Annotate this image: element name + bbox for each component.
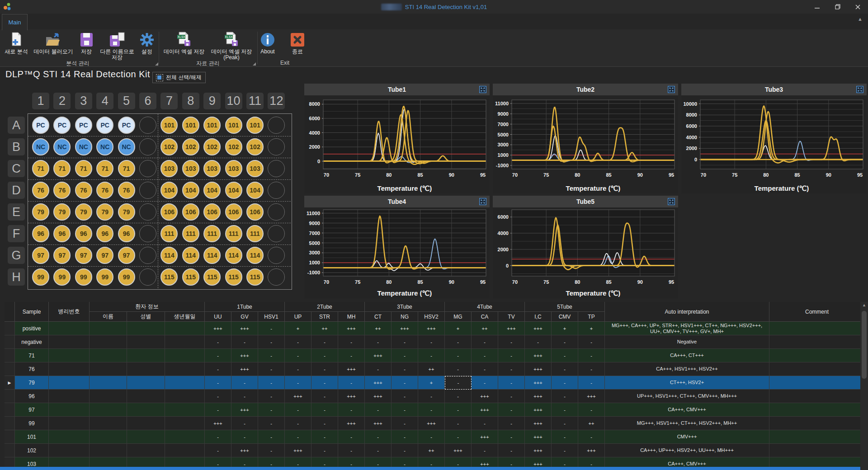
cell-marker-NG[interactable]: - (392, 417, 418, 430)
plate-row-header-H[interactable]: H (8, 268, 25, 286)
plate-row-header-D[interactable]: D (8, 182, 25, 199)
cell-name[interactable] (90, 322, 127, 335)
well-B6-empty[interactable] (139, 138, 156, 155)
column-header-marker-GV[interactable]: GV (231, 312, 258, 322)
cell-marker-GV[interactable]: - (231, 430, 258, 444)
cell-marker-TP[interactable]: +++ (578, 444, 605, 457)
column-header-marker-UU[interactable]: UU (205, 312, 231, 322)
column-header-birthdate[interactable]: 생년월일 (165, 312, 205, 322)
cell-marker-MH[interactable]: - (338, 403, 365, 417)
cell-marker-GV[interactable]: - (231, 335, 258, 349)
cell-auto-interpretation[interactable]: MG+++, CA+++, UP+, STR++, HSV1+++, CT++,… (605, 322, 769, 335)
cell-marker-TV[interactable]: - (498, 390, 525, 403)
well-C6-empty[interactable] (139, 160, 156, 177)
cell-marker-UP[interactable]: - (285, 417, 311, 430)
toolbar-button[interactable]: 데이터 불러오기 (28, 31, 78, 55)
row-indicator-header[interactable] (5, 302, 15, 322)
cell-marker-HSV2[interactable]: - (418, 349, 445, 362)
cell-marker-CT[interactable]: - (365, 444, 392, 457)
cell-marker-HSV2[interactable]: +++ (418, 322, 445, 335)
cell-marker-HSV1[interactable]: - (258, 362, 285, 376)
cell-marker-CA[interactable]: +++ (472, 390, 498, 403)
plate-column-header-5[interactable]: 5 (118, 93, 135, 109)
cell-marker-UP[interactable]: - (285, 403, 311, 417)
plate-column-header-8[interactable]: 8 (182, 93, 199, 109)
cell-marker-UP[interactable]: +++ (285, 390, 311, 403)
cell-marker-MH[interactable]: - (338, 349, 365, 362)
well-H3[interactable]: 99 (75, 268, 92, 286)
cell-marker-CT[interactable]: - (365, 430, 392, 444)
cell-comment[interactable] (769, 362, 865, 376)
cell-marker-UU[interactable]: - (205, 403, 231, 417)
column-header-marker-TV[interactable]: TV (498, 312, 525, 322)
well-A5[interactable]: PC (118, 117, 135, 134)
cell-marker-UU[interactable]: - (205, 390, 231, 403)
cell-marker-CA[interactable]: - (472, 362, 498, 376)
cell-marker-CA[interactable]: - (472, 335, 498, 349)
cell-sample[interactable]: 71 (15, 349, 49, 362)
well-C8[interactable]: 103 (182, 160, 199, 177)
well-C4[interactable]: 71 (96, 160, 113, 177)
cell-marker-IC[interactable]: +++ (525, 444, 552, 457)
cell-marker-CA[interactable]: - (472, 376, 498, 390)
cell-marker-CT[interactable]: +++ (365, 417, 392, 430)
expand-chart-icon[interactable] (668, 198, 675, 205)
well-C1[interactable]: 71 (32, 160, 49, 177)
column-header-comment[interactable]: Comment (769, 302, 865, 322)
well-D10[interactable]: 104 (225, 182, 242, 199)
toolbar-button[interactable]: 저장 (76, 31, 96, 55)
cell-sex[interactable] (127, 430, 165, 444)
well-C10[interactable]: 103 (225, 160, 242, 177)
cell-birthdate[interactable] (165, 417, 205, 430)
cell-sample[interactable]: 79 (15, 376, 49, 390)
cell-pathology-no[interactable] (49, 376, 90, 390)
cell-marker-STR[interactable]: - (311, 430, 338, 444)
cell-marker-TP[interactable]: - (578, 430, 605, 444)
expand-chart-icon[interactable] (668, 86, 675, 93)
well-D8[interactable]: 104 (182, 182, 199, 199)
cell-pathology-no[interactable] (49, 430, 90, 444)
minimize-button[interactable] (807, 0, 827, 14)
cell-marker-STR[interactable]: - (311, 349, 338, 362)
cell-marker-MG[interactable]: + (445, 322, 472, 335)
cell-marker-MH[interactable]: - (338, 430, 365, 444)
cell-sample[interactable]: positive (15, 322, 49, 335)
well-E5[interactable]: 79 (118, 203, 135, 221)
cell-marker-TP[interactable]: - (578, 349, 605, 362)
cell-marker-HSV1[interactable]: - (258, 417, 285, 430)
cell-marker-CT[interactable]: +++ (365, 376, 392, 390)
well-D3[interactable]: 76 (75, 182, 92, 199)
well-A4[interactable]: PC (96, 117, 113, 134)
cell-comment[interactable] (769, 430, 865, 444)
well-D4[interactable]: 76 (96, 182, 113, 199)
cell-marker-TV[interactable]: - (498, 335, 525, 349)
cell-comment[interactable] (769, 417, 865, 430)
cell-sample[interactable]: 99 (15, 417, 49, 430)
well-E9[interactable]: 106 (203, 203, 221, 221)
cell-marker-NG[interactable]: - (392, 362, 418, 376)
cell-marker-IC[interactable]: - (525, 335, 552, 349)
well-F6-empty[interactable] (139, 225, 156, 242)
cell-marker-HSV1[interactable]: - (258, 322, 285, 335)
cell-marker-STR[interactable]: - (311, 417, 338, 430)
cell-marker-STR[interactable]: - (311, 376, 338, 390)
cell-marker-CA[interactable]: - (472, 417, 498, 430)
well-F5[interactable]: 96 (118, 225, 135, 242)
plate-column-header-9[interactable]: 9 (203, 93, 221, 109)
cell-name[interactable] (90, 390, 127, 403)
cell-marker-MH[interactable]: - (338, 335, 365, 349)
expand-chart-icon[interactable] (856, 86, 863, 93)
cell-birthdate[interactable] (165, 335, 205, 349)
cell-sex[interactable] (127, 403, 165, 417)
well-H1[interactable]: 99 (32, 268, 49, 286)
cell-birthdate[interactable] (165, 390, 205, 403)
cell-auto-interpretation[interactable]: Negative (605, 335, 769, 349)
cell-marker-MG[interactable]: +++ (445, 444, 472, 457)
cell-marker-HSV2[interactable]: +++ (418, 417, 445, 430)
cell-marker-CA[interactable]: - (472, 349, 498, 362)
cell-comment[interactable] (769, 335, 865, 349)
cell-marker-UP[interactable]: - (285, 430, 311, 444)
cell-marker-NG[interactable]: - (392, 349, 418, 362)
column-group-1tube[interactable]: 1Tube (205, 302, 285, 312)
cell-marker-HSV2[interactable]: - (418, 403, 445, 417)
